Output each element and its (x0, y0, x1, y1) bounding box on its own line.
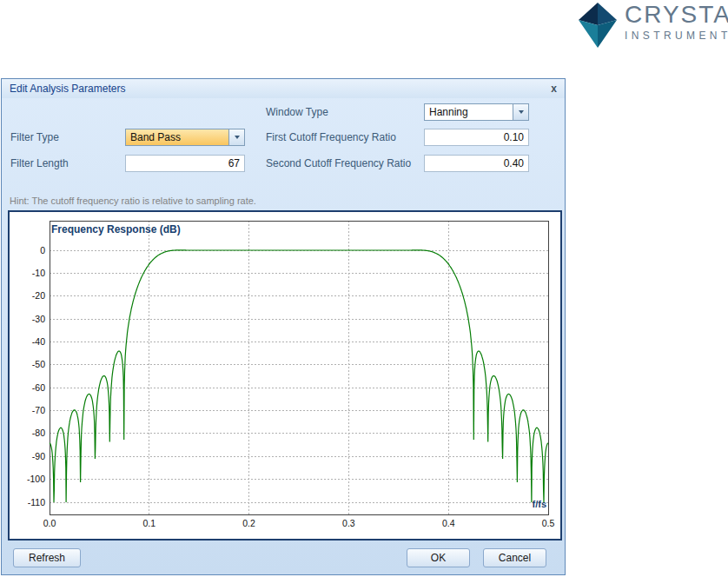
brand-text: CRYSTAL INSTRUMENTS (625, 2, 728, 42)
close-button[interactable]: x (551, 83, 557, 94)
hint-text: Hint: The cutoff frequency ratio is rela… (10, 196, 256, 206)
svg-text:0.4: 0.4 (442, 518, 455, 528)
svg-text:-10: -10 (32, 268, 45, 278)
svg-text:0: 0 (40, 245, 45, 255)
second-cutoff-input[interactable] (424, 155, 529, 172)
svg-text:-100: -100 (27, 474, 45, 484)
svg-text:-20: -20 (32, 290, 45, 301)
edit-analysis-parameters-dialog: Edit Analysis Parameters x Window Type H… (1, 78, 566, 575)
frequency-response-plot: 0-10-20-30-40-50-60-70-80-90-100-1100.00… (10, 212, 560, 539)
svg-text:0.0: 0.0 (43, 518, 56, 528)
dialog-title: Edit Analysis Parameters (10, 83, 125, 95)
window-type-select[interactable]: Hanning (424, 103, 529, 121)
svg-text:-90: -90 (32, 451, 45, 461)
refresh-button[interactable]: Refresh (13, 548, 81, 567)
chart-title: Frequency Response (dB) (51, 223, 181, 235)
brand-subname: INSTRUMENTS (625, 30, 728, 42)
dialog-titlebar[interactable]: Edit Analysis Parameters x (2, 79, 565, 98)
window-type-value: Hanning (425, 104, 513, 120)
filter-length-label: Filter Length (10, 157, 69, 169)
filter-type-dropdown-button[interactable] (228, 129, 244, 145)
svg-text:0.5: 0.5 (542, 518, 555, 528)
svg-text:-80: -80 (32, 428, 45, 438)
svg-text:0.2: 0.2 (242, 518, 255, 528)
svg-text:0.3: 0.3 (342, 518, 355, 528)
second-cutoff-label: Second Cutoff Frequency Ratio (266, 157, 411, 169)
ok-button[interactable]: OK (407, 548, 470, 567)
frequency-response-chart: 0-10-20-30-40-50-60-70-80-90-100-1100.00… (8, 210, 562, 541)
crystal-instruments-logo: CRYSTAL INSTRUMENTS (579, 2, 728, 48)
filter-type-value: Band Pass (126, 129, 228, 145)
svg-text:-50: -50 (32, 359, 45, 369)
window-type-label: Window Type (266, 106, 328, 118)
cancel-button[interactable]: Cancel (483, 548, 546, 567)
crystal-diamond-icon (579, 3, 617, 48)
svg-text:-30: -30 (32, 314, 45, 324)
brand-name: CRYSTAL (625, 2, 728, 27)
x-axis-label: f/fs (479, 499, 546, 509)
svg-text:0.1: 0.1 (142, 518, 156, 528)
filter-length-input[interactable] (125, 155, 245, 172)
svg-text:-60: -60 (32, 382, 45, 393)
svg-text:-110: -110 (28, 497, 45, 507)
svg-text:-40: -40 (32, 336, 45, 347)
chevron-down-icon (519, 110, 524, 114)
filter-type-select[interactable]: Band Pass (125, 129, 245, 146)
first-cutoff-input[interactable] (424, 129, 529, 146)
filter-type-label: Filter Type (10, 131, 59, 143)
window-type-dropdown-button[interactable] (513, 104, 528, 120)
chevron-down-icon (235, 136, 240, 139)
svg-text:-70: -70 (32, 405, 45, 415)
first-cutoff-label: First Cutoff Frequency Ratio (266, 131, 396, 143)
